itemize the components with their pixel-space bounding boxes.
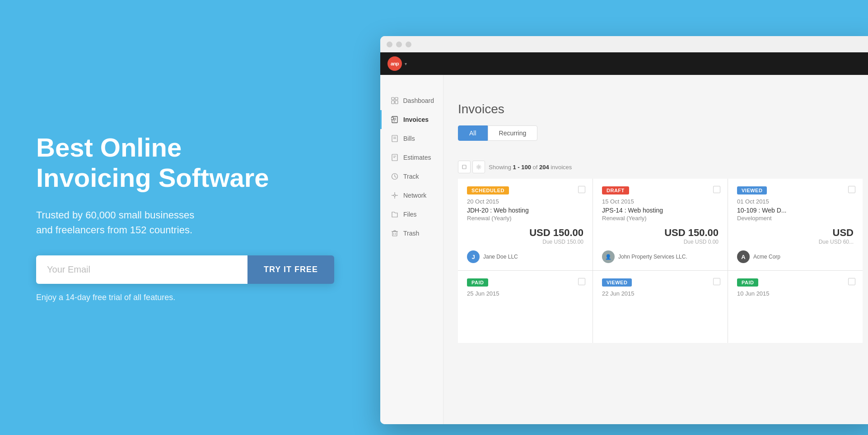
invoice-card: VIEWED 22 Jun 2015 bbox=[593, 271, 728, 343]
app-logo: anp bbox=[387, 56, 402, 71]
svg-rect-2 bbox=[392, 101, 394, 104]
sidebar-label-trash: Trash bbox=[403, 230, 419, 237]
invoice-client: A Acme Corp bbox=[737, 250, 854, 263]
invoice-name: JDH-20 : Web hosting bbox=[467, 207, 583, 214]
hero-title: Best OnlineInvoicing Software bbox=[36, 133, 334, 193]
tab-all[interactable]: All bbox=[458, 125, 488, 141]
showing-controls bbox=[458, 161, 485, 173]
showing-text: Showing 1 - 100 of 204 invoices bbox=[489, 164, 572, 171]
svg-point-29 bbox=[478, 166, 480, 168]
estimates-icon bbox=[391, 153, 399, 162]
sidebar-label-dashboard: Dashboard bbox=[403, 97, 434, 104]
invoices-header: Invoices All Recurring bbox=[443, 91, 868, 155]
svg-rect-28 bbox=[462, 165, 466, 169]
card-checkbox[interactable] bbox=[848, 278, 855, 285]
card-checkbox[interactable] bbox=[578, 186, 585, 193]
invoice-card: PAID 25 Jun 2015 bbox=[458, 271, 593, 343]
window-titlebar bbox=[380, 36, 868, 52]
minimize-button[interactable] bbox=[396, 42, 402, 47]
sidebar-label-network: Network bbox=[403, 192, 426, 199]
email-form: TRY IT FREE bbox=[36, 255, 334, 284]
status-badge: PAID bbox=[737, 278, 758, 287]
network-icon bbox=[391, 191, 399, 199]
invoice-date: 25 Jun 2015 bbox=[467, 290, 583, 297]
card-checkbox[interactable] bbox=[713, 186, 720, 193]
client-avatar: 👤 bbox=[602, 250, 615, 263]
app-header: anp ▾ bbox=[380, 52, 868, 75]
close-button[interactable] bbox=[387, 42, 392, 47]
svg-rect-0 bbox=[392, 97, 394, 100]
sidebar-item-bills[interactable]: Bills bbox=[380, 129, 443, 148]
checkbox-control[interactable] bbox=[458, 161, 471, 173]
sidebar-label-bills: Bills bbox=[403, 135, 415, 142]
filter-tabs: All Recurring bbox=[458, 125, 863, 141]
hero-section: Best OnlineInvoicing Software Trusted by… bbox=[0, 106, 370, 329]
client-name: Acme Corp bbox=[753, 254, 780, 260]
client-name: Jane Doe LLC bbox=[483, 254, 518, 260]
invoice-due: Due USD 150.00 bbox=[467, 239, 583, 245]
invoice-amount: USD bbox=[737, 227, 854, 239]
invoice-date: 10 Jun 2015 bbox=[737, 290, 854, 297]
svg-rect-3 bbox=[395, 101, 398, 104]
invoices-grid: SCHEDULED 20 Oct 2015 JDH-20 : Web hosti… bbox=[458, 179, 863, 343]
invoice-desc: Renewal (Yearly) bbox=[467, 215, 583, 222]
invoice-date: 01 Oct 2015 bbox=[737, 198, 854, 205]
email-input[interactable] bbox=[36, 255, 247, 284]
invoice-date: 20 Oct 2015 bbox=[467, 198, 583, 205]
svg-point-16 bbox=[394, 194, 396, 196]
track-icon bbox=[391, 172, 399, 180]
invoice-date: 22 Jun 2015 bbox=[602, 290, 719, 297]
invoice-client: J Jane Doe LLC bbox=[467, 250, 583, 263]
client-avatar: J bbox=[467, 250, 480, 263]
invoice-name: JPS-14 : Web hosting bbox=[602, 207, 719, 214]
svg-rect-21 bbox=[392, 231, 397, 236]
showing-bar: Showing 1 - 100 of 204 invoices bbox=[443, 155, 868, 179]
bills-icon bbox=[391, 134, 399, 143]
sidebar-item-trash[interactable]: Trash bbox=[380, 224, 443, 243]
invoice-date: 15 Oct 2015 bbox=[602, 198, 719, 205]
trash-icon bbox=[391, 229, 399, 237]
invoice-desc: Renewal (Yearly) bbox=[602, 215, 719, 222]
card-checkbox[interactable] bbox=[848, 186, 855, 193]
window-content: Dashboard Invoices bbox=[380, 52, 868, 424]
status-badge: VIEWED bbox=[737, 186, 767, 194]
sidebar-label-invoices: Invoices bbox=[403, 116, 429, 123]
sidebar-label-estimates: Estimates bbox=[403, 154, 431, 161]
sidebar-item-track[interactable]: Track bbox=[380, 167, 443, 186]
invoice-client: 👤 John Property Services LLC. bbox=[602, 250, 719, 263]
chevron-down-icon: ▾ bbox=[405, 61, 407, 66]
status-badge: PAID bbox=[467, 278, 488, 287]
sidebar-item-files[interactable]: Files bbox=[380, 205, 443, 224]
invoice-desc: Development bbox=[737, 215, 854, 222]
invoice-amount: USD 150.00 bbox=[467, 227, 583, 239]
card-checkbox[interactable] bbox=[578, 278, 585, 285]
app-window: anp ▾ Dashboard bbox=[380, 36, 868, 424]
svg-rect-1 bbox=[395, 97, 398, 100]
invoice-card: SCHEDULED 20 Oct 2015 JDH-20 : Web hosti… bbox=[458, 179, 593, 270]
sidebar-label-track: Track bbox=[403, 173, 419, 180]
tab-recurring[interactable]: Recurring bbox=[488, 125, 538, 141]
sidebar-item-dashboard[interactable]: Dashboard bbox=[380, 91, 443, 110]
sidebar-item-invoices[interactable]: Invoices bbox=[380, 110, 443, 129]
invoice-due: Due USD 0.00 bbox=[602, 239, 719, 245]
status-badge: DRAFT bbox=[602, 186, 629, 194]
hero-subtitle: Trusted by 60,000 small businessesand fr… bbox=[36, 208, 334, 237]
invoice-card: DRAFT 15 Oct 2015 JPS-14 : Web hosting R… bbox=[593, 179, 728, 270]
main-content: Invoices All Recurring bbox=[443, 52, 868, 424]
invoice-card: PAID 10 Jun 2015 bbox=[728, 271, 863, 343]
status-badge: VIEWED bbox=[602, 278, 632, 287]
files-icon bbox=[391, 210, 399, 218]
maximize-button[interactable] bbox=[406, 42, 411, 47]
invoice-due: Due USD 60... bbox=[737, 239, 854, 245]
sidebar-item-network[interactable]: Network bbox=[380, 186, 443, 205]
sidebar-item-estimates[interactable]: Estimates bbox=[380, 148, 443, 167]
gear-control[interactable] bbox=[472, 161, 485, 173]
svg-rect-8 bbox=[391, 117, 393, 120]
invoice-name: 10-109 : Web D... bbox=[737, 207, 854, 214]
try-free-button[interactable]: TRY IT FREE bbox=[247, 255, 334, 284]
card-checkbox[interactable] bbox=[713, 278, 720, 285]
sidebar-label-files: Files bbox=[403, 211, 417, 218]
status-badge: SCHEDULED bbox=[467, 186, 509, 194]
invoice-amount: USD 150.00 bbox=[602, 227, 719, 239]
client-name: John Property Services LLC. bbox=[618, 254, 687, 260]
